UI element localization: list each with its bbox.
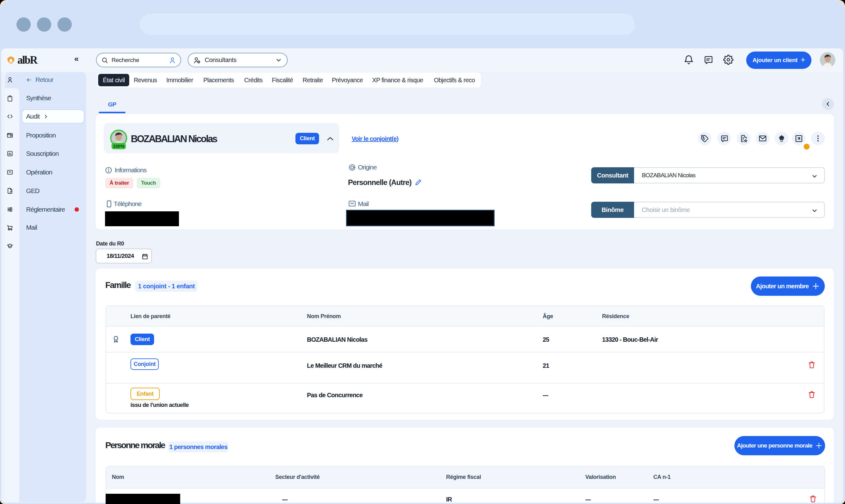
svg-text:100%: 100% [113,144,124,149]
